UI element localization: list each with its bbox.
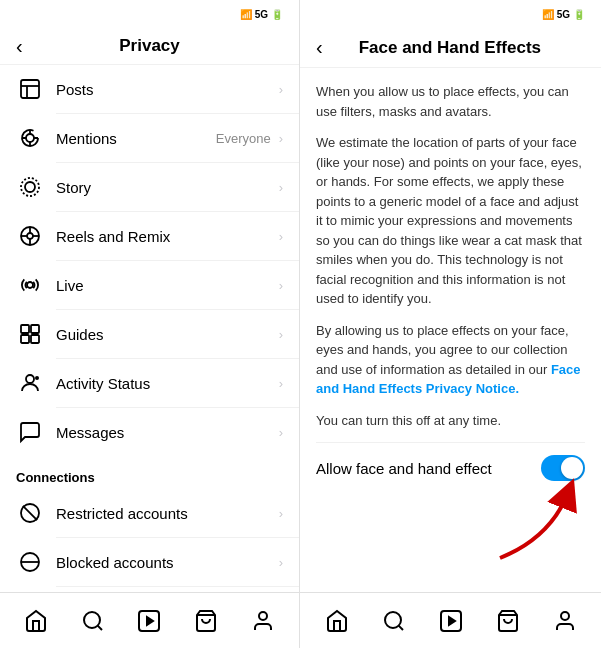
left-nav-reels[interactable] [125, 605, 173, 637]
left-header: ‹ Privacy [0, 28, 299, 65]
posts-icon [16, 75, 44, 103]
svg-line-42 [398, 625, 402, 629]
menu-item-restricted[interactable]: Restricted accounts › [0, 489, 299, 537]
activity-icon [16, 369, 44, 397]
svg-rect-13 [21, 325, 29, 333]
story-chevron: › [279, 180, 283, 195]
left-bottom-nav [0, 592, 299, 648]
svg-marker-44 [449, 617, 455, 625]
guides-label: Guides [56, 326, 279, 343]
svg-rect-16 [31, 335, 39, 343]
right-header: ‹ Face and Hand Effects [300, 28, 601, 68]
menu-item-story[interactable]: Story › [0, 163, 299, 211]
mentions-label: Mentions [56, 130, 216, 147]
detail-paragraph: We estimate the location of parts of you… [316, 133, 585, 309]
signal-icons-left: 📶5G🔋 [240, 9, 283, 20]
blocked-chevron: › [279, 555, 283, 570]
reels-label: Reels and Remix [56, 228, 279, 245]
right-nav-profile[interactable] [541, 605, 589, 637]
live-icon [16, 271, 44, 299]
status-bar-left: 📶5G🔋 [0, 0, 299, 28]
left-menu-content: Posts › Mentions Everyone › [0, 65, 299, 592]
menu-item-reels[interactable]: Reels and Remix › [0, 212, 299, 260]
svg-point-7 [27, 233, 33, 239]
svg-line-35 [98, 625, 102, 629]
menu-item-messages[interactable]: Messages › [0, 408, 299, 456]
status-bar-right: 📶5G🔋 [300, 0, 601, 28]
story-icon [16, 173, 44, 201]
guides-chevron: › [279, 327, 283, 342]
right-nav-home[interactable] [313, 605, 361, 637]
back-button-left[interactable]: ‹ [16, 35, 23, 58]
menu-item-blocked[interactable]: Blocked accounts › [0, 538, 299, 586]
messages-icon [16, 418, 44, 446]
mentions-badge: Everyone [216, 131, 271, 146]
left-nav-shop[interactable] [182, 605, 230, 637]
svg-point-3 [26, 134, 34, 142]
svg-rect-15 [21, 335, 29, 343]
mentions-chevron: › [279, 131, 283, 146]
guides-icon [16, 320, 44, 348]
posts-chevron: › [279, 82, 283, 97]
left-panel: 📶5G🔋 ‹ Privacy Posts › [0, 0, 300, 648]
posts-label: Posts [56, 81, 279, 98]
menu-item-live[interactable]: Live › [0, 261, 299, 309]
messages-label: Messages [56, 424, 279, 441]
blocked-icon [16, 548, 44, 576]
left-nav-home[interactable] [12, 605, 60, 637]
right-bottom-nav [300, 592, 601, 648]
right-nav-shop[interactable] [484, 605, 532, 637]
right-nav-search[interactable] [370, 605, 418, 637]
connections-section-header: Connections [0, 456, 299, 489]
svg-point-4 [25, 182, 35, 192]
svg-rect-0 [21, 80, 39, 98]
story-label: Story [56, 179, 279, 196]
intro-paragraph: When you allow us to place effects, you … [316, 82, 585, 121]
svg-point-39 [259, 612, 267, 620]
menu-item-activity[interactable]: Activity Status › [0, 359, 299, 407]
right-nav-reels[interactable] [427, 605, 475, 637]
activity-label: Activity Status [56, 375, 279, 392]
live-chevron: › [279, 278, 283, 293]
right-panel: 📶5G🔋 ‹ Face and Hand Effects When you al… [300, 0, 601, 648]
svg-rect-14 [31, 325, 39, 333]
toggle-label: Allow face and hand effect [316, 460, 492, 477]
svg-point-46 [561, 612, 569, 620]
svg-point-18 [35, 376, 39, 380]
mentions-icon [16, 124, 44, 152]
svg-point-17 [26, 375, 34, 383]
svg-line-20 [23, 506, 37, 520]
svg-point-12 [27, 282, 33, 288]
menu-item-muted[interactable]: Muted Accounts › [0, 587, 299, 592]
back-button-right[interactable]: ‹ [316, 36, 323, 59]
svg-marker-37 [147, 617, 153, 625]
right-content: When you allow us to place effects, you … [300, 68, 601, 592]
right-arrow-container [316, 493, 585, 563]
menu-item-posts[interactable]: Posts › [0, 65, 299, 113]
messages-chevron: › [279, 425, 283, 440]
left-page-title: Privacy [119, 36, 180, 56]
small-note: You can turn this off at any time. [316, 411, 585, 431]
reels-chevron: › [279, 229, 283, 244]
menu-item-mentions[interactable]: Mentions Everyone › [0, 114, 299, 162]
right-red-arrow [490, 478, 580, 563]
signal-icons-right: 📶5G🔋 [542, 9, 585, 20]
agreement-paragraph: By allowing us to place effects on your … [316, 321, 585, 399]
blocked-label: Blocked accounts [56, 554, 279, 571]
right-page-title: Face and Hand Effects [335, 38, 565, 58]
svg-point-34 [84, 612, 100, 628]
left-nav-profile[interactable] [239, 605, 287, 637]
reels-icon [16, 222, 44, 250]
restricted-chevron: › [279, 506, 283, 521]
svg-point-41 [385, 612, 401, 628]
left-nav-search[interactable] [69, 605, 117, 637]
restricted-label: Restricted accounts [56, 505, 279, 522]
menu-item-guides[interactable]: Guides › [0, 310, 299, 358]
svg-point-5 [21, 178, 39, 196]
activity-chevron: › [279, 376, 283, 391]
restricted-icon [16, 499, 44, 527]
live-label: Live [56, 277, 279, 294]
